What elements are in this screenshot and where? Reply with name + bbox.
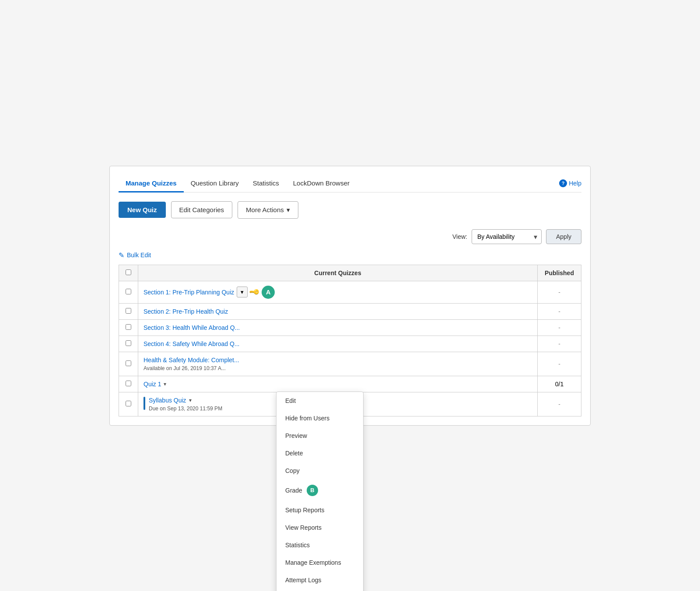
menu-item-delete-label: Delete	[285, 450, 303, 457]
header-checkbox-cell	[119, 265, 138, 281]
more-actions-label: More Actions	[246, 206, 284, 213]
row-name-cell: Section 3: Health While Abroad Q...	[138, 319, 538, 336]
row-checkbox[interactable]	[126, 289, 131, 294]
menu-item-preview[interactable]: Preview	[276, 427, 363, 444]
row-published: -	[538, 319, 581, 336]
help-icon: ?	[559, 179, 567, 187]
menu-item-edit-label: Edit	[285, 397, 296, 404]
header-name: Current Quizzes	[138, 265, 538, 281]
row-name-cell: Health & Safety Module: Complet... Avail…	[138, 352, 538, 376]
menu-item-setup-reports[interactable]: Setup Reports	[276, 501, 363, 519]
row-checkbox-cell	[119, 303, 138, 319]
bulk-edit-label: Bulk Edit	[127, 252, 151, 259]
menu-item-view-reports[interactable]: View Reports	[276, 519, 363, 536]
row-checkbox[interactable]	[126, 324, 131, 330]
row-name-cell: Quiz 1 ▾	[138, 376, 538, 392]
menu-item-copy-label: Copy	[285, 467, 300, 474]
row-checkbox[interactable]	[126, 360, 131, 366]
more-actions-button[interactable]: More Actions ▾	[238, 201, 298, 219]
blue-bar-indicator	[144, 397, 145, 410]
menu-item-edit[interactable]: Edit	[276, 392, 363, 409]
menu-item-attempt-logs-label: Attempt Logs	[285, 577, 322, 584]
row-published: 0/1	[538, 376, 581, 392]
row-checkbox-cell	[119, 336, 138, 352]
row-checkbox[interactable]	[126, 401, 131, 406]
row-published: -	[538, 392, 581, 416]
tab-lockdown-browser[interactable]: LockDown Browser	[286, 175, 357, 192]
row-name-content: Syllabus Quiz ▾	[149, 397, 222, 404]
select-all-checkbox[interactable]	[126, 269, 131, 275]
menu-item-preview-label: Preview	[285, 432, 307, 439]
edit-categories-button[interactable]: Edit Categories	[171, 201, 233, 218]
menu-item-view-reports-label: View Reports	[285, 524, 322, 531]
table-row: Section 3: Health While Abroad Q... -	[119, 319, 581, 336]
chevron-down-icon: ▾	[164, 381, 166, 387]
menu-item-setup-reports-label: Setup Reports	[285, 507, 325, 514]
row-name-inner: Syllabus Quiz ▾ Due on Sep 13, 2020 11:5…	[149, 397, 222, 412]
row-checkbox-cell	[119, 392, 138, 416]
main-window: Manage Quizzes Question Library Statisti…	[109, 166, 591, 426]
chevron-down-icon: ▾	[189, 397, 192, 403]
tab-question-library[interactable]: Question Library	[184, 175, 246, 192]
row-checkbox[interactable]	[126, 381, 131, 386]
pencil-icon: ✎	[119, 251, 124, 259]
menu-item-attempt-logs[interactable]: Attempt Logs	[276, 571, 363, 589]
menu-item-hide-from-users[interactable]: Hide from Users	[276, 409, 363, 427]
quiz-link[interactable]: Section 1: Pre-Trip Planning Quiz	[144, 289, 234, 296]
more-actions-chevron-icon: ▾	[287, 206, 290, 214]
row-name-cell: Section 2: Pre-Trip Health Quiz	[138, 303, 538, 319]
tab-manage-quizzes[interactable]: Manage Quizzes	[119, 175, 184, 192]
menu-item-grade-label: Grade	[285, 487, 302, 494]
quiz-sub: Due on Sep 13, 2020 11:59 PM	[149, 406, 222, 412]
quiz-link[interactable]: Section 3: Health While Abroad Q...	[144, 324, 240, 331]
row-checkbox[interactable]	[126, 308, 131, 314]
quiz-link[interactable]: Section 2: Pre-Trip Health Quiz	[144, 308, 228, 315]
quiz-link[interactable]: Section 4: Safety While Abroad Q...	[144, 340, 239, 347]
nav-tabs: Manage Quizzes Question Library Statisti…	[119, 175, 581, 192]
view-row: View: By Availability All Published Unpu…	[119, 229, 581, 244]
toolbar: New Quiz Edit Categories More Actions ▾	[119, 201, 581, 219]
quiz-link[interactable]: Syllabus Quiz	[149, 397, 186, 404]
row-name-content: Quiz 1 ▾	[144, 381, 532, 388]
menu-item-grade[interactable]: Grade B	[276, 479, 363, 501]
row-name-content: Section 1: Pre-Trip Planning Quiz ▾ 🔑 A	[144, 286, 532, 299]
new-quiz-button[interactable]: New Quiz	[119, 202, 166, 218]
table-container: Current Quizzes Published Section 1: Pre…	[119, 265, 581, 416]
menu-item-statistics-label: Statistics	[285, 542, 310, 549]
row-dropdown-btn[interactable]: ▾	[237, 287, 248, 297]
menu-item-manage-exemptions[interactable]: Manage Exemptions	[276, 554, 363, 571]
grade-badge-b: B	[307, 485, 318, 496]
header-published: Published	[538, 265, 581, 281]
help-link[interactable]: ? Help	[559, 179, 581, 187]
apply-button[interactable]: Apply	[546, 229, 581, 244]
row-checkbox-cell	[119, 319, 138, 336]
row-checkbox-cell	[119, 376, 138, 392]
help-label: Help	[569, 180, 581, 187]
table-row: Section 4: Safety While Abroad Q... -	[119, 336, 581, 352]
row-name-cell: Section 4: Safety While Abroad Q...	[138, 336, 538, 352]
row-checkbox-cell	[119, 352, 138, 376]
menu-item-copy[interactable]: Copy	[276, 462, 363, 479]
menu-item-publish-to-lor[interactable]: Publish to LOR	[276, 589, 363, 591]
menu-item-statistics[interactable]: Statistics	[276, 536, 363, 554]
context-dropdown-menu: Edit Hide from Users Preview Delete Copy…	[276, 392, 364, 591]
menu-item-delete[interactable]: Delete	[276, 444, 363, 462]
table-row: Health & Safety Module: Complet... Avail…	[119, 352, 581, 376]
view-select-wrapper: By Availability All Published Unpublishe…	[472, 229, 542, 244]
tab-statistics[interactable]: Statistics	[246, 175, 286, 192]
view-select[interactable]: By Availability All Published Unpublishe…	[472, 229, 542, 244]
bulk-edit[interactable]: ✎ Bulk Edit	[119, 251, 581, 259]
menu-item-hide-label: Hide from Users	[285, 415, 329, 422]
row-published: -	[538, 303, 581, 319]
view-label: View:	[452, 233, 467, 240]
badge-a: A	[262, 286, 275, 299]
quiz-sub: Available on Jul 26, 2019 10:37 A...	[144, 365, 532, 371]
quiz-link[interactable]: Health & Safety Module: Complet...	[144, 357, 239, 364]
row-published: -	[538, 336, 581, 352]
row-name-cell: Section 1: Pre-Trip Planning Quiz ▾ 🔑 A	[138, 281, 538, 303]
row-checkbox[interactable]	[126, 340, 131, 346]
key-icon: 🔑	[248, 286, 261, 298]
table-row: Section 1: Pre-Trip Planning Quiz ▾ 🔑 A …	[119, 281, 581, 303]
quiz-link[interactable]: Quiz 1	[144, 381, 161, 388]
table-row: Quiz 1 ▾ 0/1	[119, 376, 581, 392]
